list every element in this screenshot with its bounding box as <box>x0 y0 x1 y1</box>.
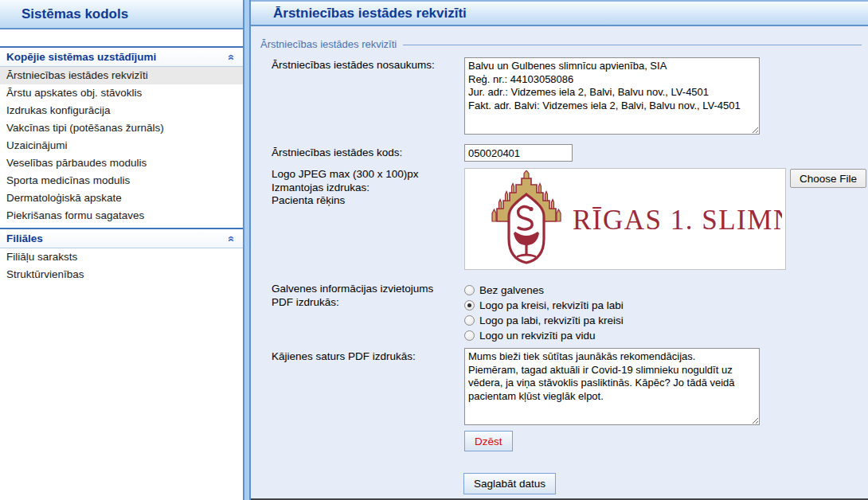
save-button[interactable]: Saglabāt datus <box>463 473 556 494</box>
radio-label[interactable]: Logo pa labi, rekvizīti pa kreisi <box>479 314 624 326</box>
radio-option-logo-kreisi-rekviziti-labi[interactable]: Logo pa kreisi, rekvizīti pa labi <box>464 298 624 313</box>
collapse-double-chevron-up-icon[interactable]: « <box>226 236 237 242</box>
footer-content-textarea[interactable]: Mums bieži tiek sūtītas jaunākās rekomen… <box>464 348 760 425</box>
radio-option-bez-galvenes[interactable]: Bez galvenes <box>464 283 624 298</box>
institution-name-textarea[interactable]: Balvu un Gulbenes slimnīcu apvienība, SI… <box>464 57 760 135</box>
radio-icon[interactable] <box>464 315 475 326</box>
section-header-common-settings[interactable]: Kopējie sistēmas uzstādījumi « <box>0 46 243 67</box>
radio-label[interactable]: Logo un rekvizīti pa vidu <box>479 330 596 342</box>
section-common-settings-items: Ārstniecības iestādes rekvizīti Ārstu ap… <box>0 67 243 225</box>
label-logo-line3: Pacienta rēķins <box>272 194 461 208</box>
sidebar-item-uzaicinajumi[interactable]: Uzaicinājumi <box>0 137 243 154</box>
delete-button[interactable]: Dzēst <box>464 431 513 451</box>
label-logo-line2: Izmantojas izdrukas: <box>272 182 461 195</box>
sidebar-gap <box>0 29 243 46</box>
label-footer-content: Kājienes saturs PDF izdrukās: <box>272 350 461 364</box>
legend-rule <box>403 45 862 45</box>
section-header-filiales[interactable]: Filiāles « <box>0 228 243 248</box>
radio-option-logo-labi-rekviziti-kreisi[interactable]: Logo pa labi, rekvizīti pa kreisi <box>464 313 624 328</box>
hospital-logo-image: RĪGAS 1. SLIMNĪCA <box>465 170 782 268</box>
panel-splitter <box>243 0 251 500</box>
label-logo: Logo JPEG max (300 x 100)px Izmantojas i… <box>272 168 461 208</box>
radio-label[interactable]: Bez galvenes <box>479 284 544 296</box>
radio-icon[interactable] <box>464 330 475 341</box>
label-header-layout-line1: Galvenes informācijas izvietojums <box>272 283 461 296</box>
radio-icon[interactable] <box>464 300 475 311</box>
section-filiales-items: Filiāļu saraksts Struktūrvienības <box>0 248 243 283</box>
choose-file-button[interactable]: Choose File <box>790 169 866 188</box>
sidebar-item-piekrisanas-formu-sagataves[interactable]: Piekrišanas formu sagataves <box>0 207 243 225</box>
sidebar-item-veselibas-parbaudes-modulis[interactable]: Veselības pārbaudes modulis <box>0 154 243 172</box>
sidebar: Sistēmas kodols Kopējie sistēmas uzstādī… <box>0 0 243 500</box>
label-header-layout: Galvenes informācijas izvietojums PDF iz… <box>272 283 461 309</box>
radio-option-logo-rekviziti-vidu[interactable]: Logo un rekvizīti pa vidu <box>464 328 624 343</box>
section-header-label: Kopējie sistēmas uzstādījumi <box>6 51 156 63</box>
sidebar-item-strukturvienibas[interactable]: Struktūrvienības <box>0 266 243 283</box>
main-panel: Ārstniecības iestādes rekvizīti Ārstniec… <box>251 0 868 500</box>
label-institution-name: Ārstniecības iestādes nosaukums: <box>272 59 461 72</box>
logo-crest <box>492 170 561 263</box>
sidebar-item-izdrukas-konfiguracija[interactable]: Izdrukas konfigurācija <box>0 102 243 119</box>
sidebar-item-iestades-rekviziti[interactable]: Ārstniecības iestādes rekvizīti <box>0 67 243 84</box>
radio-icon[interactable] <box>464 285 475 295</box>
radio-label[interactable]: Logo pa kreisi, rekvizīti pa labi <box>479 299 624 311</box>
sidebar-item-dermatologiska-apskate[interactable]: Dermatoloģiskā apskate <box>0 189 243 207</box>
institution-code-input[interactable] <box>464 144 573 162</box>
sidebar-title: Sistēmas kodols <box>0 0 243 29</box>
label-institution-code: Ārstniecības iestādes kods: <box>272 146 461 160</box>
label-logo-line1: Logo JPEG max (300 x 100)px <box>272 168 461 182</box>
page-title: Ārstniecības iestādes rekvizīti <box>251 0 868 26</box>
sidebar-item-apskates-obj-stavoklis[interactable]: Ārstu apskates obj. stāvoklis <box>0 84 243 102</box>
fieldset-legend: Ārstniecības iestādes rekvizīti <box>260 38 397 50</box>
label-header-layout-line2: PDF izdrukās: <box>272 296 461 310</box>
section-header-label: Filiāles <box>6 232 43 244</box>
header-layout-radio-group: Bez galvenes Logo pa kreisi, rekvizīti p… <box>464 283 624 343</box>
logo-preview-box: RĪGAS 1. SLIMNĪCA <box>464 168 786 270</box>
sidebar-item-filialu-saraksts[interactable]: Filiāļu saraksts <box>0 248 243 266</box>
fieldset-legend-row: Ārstniecības iestādes rekvizīti <box>260 38 862 50</box>
collapse-double-chevron-up-icon[interactable]: « <box>226 54 237 61</box>
sidebar-item-vakcinas-tipi[interactable]: Vakcīnas tipi (potēšanas žurnāls) <box>0 119 243 137</box>
logo-text: RĪGAS 1. SLIMNĪCA <box>573 205 782 236</box>
sidebar-item-sporta-medicinas-modulis[interactable]: Sporta medicīnas modulis <box>0 172 243 189</box>
